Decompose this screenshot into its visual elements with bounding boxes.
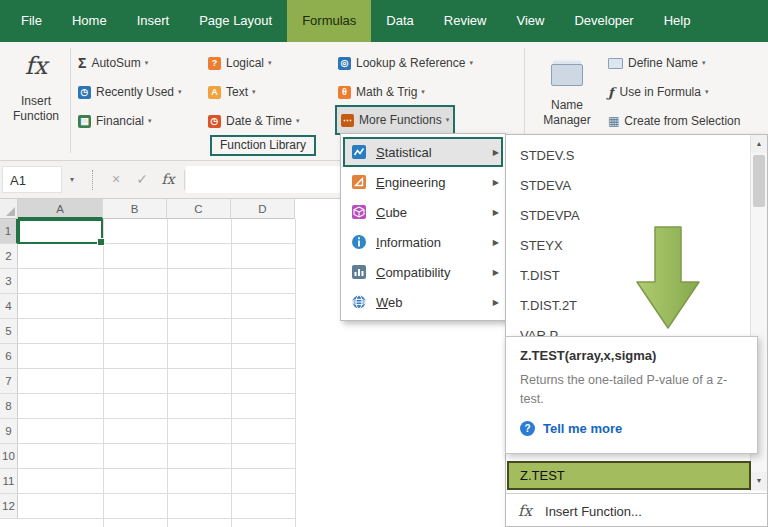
tab-insert[interactable]: Insert: [122, 0, 185, 42]
function-tooltip: Z.TEST(array,x,sigma) Returns the one-ta…: [505, 336, 758, 454]
row-header[interactable]: 9: [0, 419, 18, 444]
date-time-button[interactable]: ◷ Date & Time ▾: [208, 108, 300, 134]
lookup-reference-button[interactable]: ◎ Lookup & Reference ▾: [338, 50, 473, 76]
name-manager-label-1: Name: [551, 98, 583, 112]
insert-function-button[interactable]: fx Insert Function: [6, 46, 66, 156]
text-label: Text: [226, 85, 248, 99]
function-item[interactable]: T.DIST.2T: [506, 291, 750, 321]
column-header-c[interactable]: C: [167, 199, 231, 219]
function-item[interactable]: STDEVPA: [506, 201, 750, 231]
row-header[interactable]: 5: [0, 319, 18, 344]
recently-used-label: Recently Used: [96, 85, 174, 99]
date-time-label: Date & Time: [226, 114, 292, 128]
use-in-formula-icon: ƒ: [608, 85, 614, 100]
math-trig-button[interactable]: θ Math & Trig ▾: [338, 79, 425, 105]
lookup-reference-label: Lookup & Reference: [356, 56, 465, 70]
row-header[interactable]: 11: [0, 469, 18, 494]
more-functions-label: More Functions: [359, 113, 442, 127]
define-name-button[interactable]: Define Name ▾: [608, 50, 706, 76]
fill-handle[interactable]: [97, 238, 105, 246]
financial-button[interactable]: ▤ Financial ▾: [78, 108, 152, 134]
name-box[interactable]: A1: [2, 166, 62, 193]
row-header[interactable]: 3: [0, 269, 18, 294]
row-header[interactable]: 12: [0, 494, 18, 519]
menu-label: tatistical: [385, 145, 432, 160]
use-in-formula-button[interactable]: ƒ Use in Formula ▾: [608, 79, 708, 105]
menu-item-information[interactable]: Information ▶: [343, 227, 503, 257]
menu-item-cube[interactable]: Cube ▶: [343, 197, 503, 227]
help-icon: ?: [520, 421, 535, 436]
tab-home[interactable]: Home: [57, 0, 122, 42]
menu-item-statistical[interactable]: Statistical ▶: [343, 137, 503, 167]
tab-page-layout[interactable]: Page Layout: [184, 0, 287, 42]
excel-window: File Home Insert Page Layout Formulas Da…: [0, 0, 768, 527]
insert-function-fx-button[interactable]: fx: [156, 166, 180, 193]
name-box-dropdown-icon[interactable]: ▾: [64, 166, 80, 193]
row-header[interactable]: 1: [0, 219, 18, 244]
logical-button[interactable]: ? Logical ▾: [208, 50, 272, 76]
tab-data[interactable]: Data: [371, 0, 428, 42]
tab-review[interactable]: Review: [429, 0, 502, 42]
column-header-a[interactable]: A: [18, 199, 103, 219]
row-header[interactable]: 2: [0, 244, 18, 269]
column-header-b[interactable]: B: [103, 199, 167, 219]
cells-area[interactable]: [18, 219, 295, 527]
autosum-button[interactable]: Σ AutoSum ▾: [78, 50, 148, 76]
chevron-down-icon: ▾: [252, 88, 256, 96]
chevron-down-icon: ▾: [705, 88, 709, 96]
menu-item-compatibility[interactable]: Compatibility ▶: [343, 257, 503, 287]
information-icon: [351, 234, 367, 250]
scroll-up-icon[interactable]: ▲: [751, 135, 767, 153]
select-all-corner[interactable]: [0, 199, 18, 219]
column-header-d[interactable]: D: [231, 199, 295, 219]
ribbon-tab-bar: File Home Insert Page Layout Formulas Da…: [0, 0, 768, 42]
submenu-arrow-icon: ▶: [493, 208, 499, 217]
selected-cell-a1[interactable]: [18, 219, 103, 244]
insert-function-menu-item[interactable]: fx Insert Function...: [506, 493, 767, 527]
row-header[interactable]: 7: [0, 369, 18, 394]
tab-formulas[interactable]: Formulas: [287, 0, 371, 42]
menu-label: ube: [385, 205, 407, 220]
scroll-down-icon[interactable]: ▼: [751, 472, 767, 490]
row-header[interactable]: 8: [0, 394, 18, 419]
chevron-down-icon: ▾: [421, 88, 425, 96]
row-header[interactable]: 6: [0, 344, 18, 369]
function-item[interactable]: STDEV.S: [506, 141, 750, 171]
math-trig-icon: θ: [338, 86, 351, 99]
row-header[interactable]: 4: [0, 294, 18, 319]
menu-item-engineering[interactable]: Engineering ▶: [343, 167, 503, 197]
tab-file[interactable]: File: [6, 0, 57, 42]
cancel-button[interactable]: ×: [104, 166, 128, 193]
enter-button[interactable]: ✓: [130, 166, 154, 193]
engineering-icon: [351, 174, 367, 190]
tab-view[interactable]: View: [501, 0, 559, 42]
tab-help[interactable]: Help: [649, 0, 706, 42]
more-functions-menu: Statistical ▶ Engineering ▶ Cube ▶ Infor…: [340, 133, 506, 321]
submenu-arrow-icon: ▶: [493, 268, 499, 277]
create-from-selection-button[interactable]: ▦ Create from Selection: [608, 108, 740, 134]
tab-developer[interactable]: Developer: [559, 0, 648, 42]
statistical-icon: [351, 144, 367, 160]
more-functions-button[interactable]: ⋯ More Functions ▾: [335, 105, 455, 135]
insert-function-label-1: Insert: [21, 94, 51, 108]
date-time-icon: ◷: [208, 115, 221, 128]
fx-icon: fx: [6, 52, 66, 80]
recently-used-button[interactable]: ◷ Recently Used ▾: [78, 79, 182, 105]
tell-me-more-link[interactable]: ? Tell me more: [520, 421, 743, 436]
function-item[interactable]: STDEVA: [506, 171, 750, 201]
define-name-label: Define Name: [628, 56, 698, 70]
scrollbar-thumb[interactable]: [753, 155, 765, 207]
function-item-ztest-highlighted[interactable]: Z.TEST: [507, 461, 751, 490]
menu-item-web[interactable]: Web ▶: [343, 287, 503, 317]
submenu-arrow-icon: ▶: [493, 148, 499, 157]
chevron-down-icon: ▾: [148, 117, 152, 125]
formula-bar-divider: [184, 170, 185, 190]
function-item[interactable]: T.DIST: [506, 261, 750, 291]
math-trig-label: Math & Trig: [356, 85, 417, 99]
text-button[interactable]: A Text ▾: [208, 79, 256, 105]
function-item[interactable]: STEYX: [506, 231, 750, 261]
menu-label: ngineering: [385, 175, 446, 190]
row-header[interactable]: 10: [0, 444, 18, 469]
lookup-reference-icon: ◎: [338, 57, 351, 70]
group-separator: [70, 48, 71, 153]
